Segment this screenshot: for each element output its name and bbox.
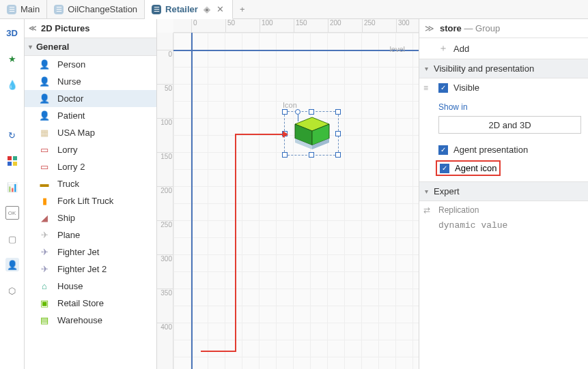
visible-checkbox[interactable]: ✓ — [438, 83, 448, 93]
rail-page-icon[interactable]: ▢ — [5, 232, 19, 246]
collapse-icon[interactable]: ≪ — [29, 24, 37, 33]
svg-rect-0 — [8, 156, 12, 160]
palette-item-nurse[interactable]: 👤Nurse — [25, 73, 156, 90]
palette-item-patient[interactable]: 👤Patient — [25, 107, 156, 124]
palette-item-person[interactable]: 👤Person — [25, 56, 156, 73]
palette-panel: ≪ 2D Pictures ▾ General 👤Person 👤Nurse 👤… — [25, 19, 157, 369]
ruler-horizontal: 0 50 100 150 200 250 300 — [173, 19, 419, 33]
palette-item-doctor[interactable]: 👤Doctor — [25, 90, 156, 107]
lorry2-icon: ▭ — [37, 162, 52, 172]
retail-store-icon: ▣ — [37, 299, 52, 308]
ruler-vertical: 0 50 100 150 200 250 300 350 400 — [157, 33, 173, 369]
canvas-area[interactable]: 0 50 100 150 200 250 300 0 50 100 150 20… — [157, 19, 419, 369]
selection-box[interactable] — [284, 111, 339, 156]
axis-x — [173, 50, 419, 51]
layers-icon[interactable]: ◈ — [202, 4, 212, 14]
palette-item-plane[interactable]: ✈Plane — [25, 226, 156, 243]
rail-cube-icon[interactable]: ⬡ — [5, 284, 19, 297]
resize-handle[interactable] — [335, 131, 341, 136]
replication-value[interactable]: dynamic value — [438, 220, 507, 231]
icon-label: Icon — [283, 101, 297, 109]
rail-3d-icon[interactable]: 3D — [5, 26, 19, 40]
chevron-down-icon: ▾ — [425, 188, 428, 195]
rail-refresh-icon[interactable]: ↻ — [5, 128, 19, 142]
plane-icon: ✈ — [37, 231, 52, 240]
rail-fluid-icon[interactable]: 💧 — [5, 78, 19, 91]
palette-item-fighterjet2[interactable]: ✈Fighter Jet 2 — [25, 261, 156, 278]
annotation-arrow — [235, 134, 287, 352]
jet2-icon: ✈ — [37, 265, 52, 274]
showin-select[interactable]: 2D and 3D — [438, 116, 581, 134]
properties-panel: ≫ store — Group ＋ Add ▾ Visibility and p… — [419, 19, 588, 369]
level-label: level — [389, 45, 405, 53]
agent-presentation-checkbox[interactable]: ✓ — [438, 145, 448, 155]
palette-item-lorry2[interactable]: ▭Lorry 2 — [25, 158, 156, 175]
truck-icon: ▬ — [37, 179, 52, 189]
store-3d-icon[interactable] — [292, 115, 333, 153]
replication-row: ⇄ Replication — [419, 201, 588, 219]
dynamic-toggle-icon[interactable]: ≡ — [423, 83, 428, 93]
resize-handle[interactable] — [282, 109, 288, 115]
tab-bar: ☰Main ☰OilChangeStation ☰Retailer ◈ ✕ + — [0, 0, 588, 19]
agent-icon-checkbox[interactable]: ✓ — [440, 164, 449, 173]
palette-item-truck[interactable]: ▬Truck — [25, 175, 156, 192]
resize-handle[interactable] — [309, 109, 314, 115]
rail-palette-icon[interactable] — [5, 154, 19, 168]
resize-handle[interactable] — [335, 152, 341, 158]
chevron-down-icon: ▾ — [425, 65, 428, 72]
rail-chart-icon[interactable]: 📊 — [5, 180, 19, 194]
ship-icon: ◢ — [37, 213, 52, 223]
agent-icon-highlight: ✓ Agent icon — [436, 160, 501, 176]
svg-rect-3 — [13, 162, 17, 166]
palette-item-house[interactable]: ⌂House — [25, 278, 156, 295]
chevron-down-icon: ▾ — [29, 43, 32, 50]
svg-rect-1 — [13, 156, 17, 160]
nurse-icon: 👤 — [37, 77, 52, 87]
axis-y — [191, 33, 193, 369]
rail-ok-icon[interactable]: OK — [5, 206, 19, 220]
expand-icon[interactable]: ≫ — [425, 23, 434, 33]
palette-item-forklift[interactable]: ▮Fork Lift Truck — [25, 192, 156, 209]
svg-rect-2 — [8, 162, 12, 166]
rail-person-icon[interactable]: 👤 — [5, 258, 19, 271]
left-rail: 3D ★ 💧 ↻ 📊 OK ▢ 👤 ⬡ — [0, 19, 25, 369]
lorry-icon: ▭ — [37, 145, 52, 155]
close-icon[interactable]: ✕ — [216, 4, 225, 14]
agent-presentation-row: ✓ Agent presentation — [419, 141, 588, 159]
dynamic-toggle-icon[interactable]: ⇄ — [423, 205, 430, 215]
palette-item-lorry[interactable]: ▭Lorry — [25, 141, 156, 158]
palette-item-retailstore[interactable]: ▣Retail Store — [25, 295, 156, 312]
map-icon: ▦ — [37, 128, 52, 138]
jet-icon: ✈ — [37, 248, 52, 257]
palette-item-ship[interactable]: ◢Ship — [25, 209, 156, 226]
resize-handle[interactable] — [309, 152, 314, 158]
tab-retailer[interactable]: ☰Retailer ◈ ✕ — [145, 0, 233, 19]
plus-icon: ＋ — [438, 42, 448, 55]
tab-oilchangestation[interactable]: ☰OilChangeStation — [47, 0, 145, 18]
selection-pin-icon[interactable] — [295, 109, 300, 115]
showin-label: Show in — [438, 102, 581, 112]
rail-pedestrian-icon[interactable]: ★ — [5, 52, 19, 65]
tab-main[interactable]: ☰Main — [0, 0, 47, 18]
palette-item-warehouse[interactable]: ▤Warehouse — [25, 312, 156, 329]
person-icon: 👤 — [37, 60, 52, 70]
properties-header: ≫ store — Group — [419, 19, 588, 38]
patient-icon: 👤 — [37, 111, 52, 121]
section-visibility[interactable]: ▾ Visibility and presentation — [419, 59, 588, 78]
palette-section-general[interactable]: ▾ General — [25, 38, 156, 56]
visible-row: ≡ ✓ Visible — [419, 78, 588, 97]
warehouse-icon: ▤ — [37, 316, 52, 325]
palette-header[interactable]: ≪ 2D Pictures — [25, 19, 156, 38]
doctor-icon: 👤 — [37, 94, 52, 104]
add-button[interactable]: ＋ Add — [419, 38, 588, 59]
house-icon: ⌂ — [37, 282, 52, 291]
palette-item-fighterjet[interactable]: ✈Fighter Jet — [25, 243, 156, 261]
canvas[interactable]: level Icon — [173, 33, 419, 369]
forklift-icon: ▮ — [37, 196, 52, 206]
palette-item-usamap[interactable]: ▦USA Map — [25, 124, 156, 141]
section-expert[interactable]: ▾ Expert — [419, 181, 588, 201]
resize-handle[interactable] — [335, 109, 341, 115]
add-tab-button[interactable]: + — [233, 0, 252, 18]
